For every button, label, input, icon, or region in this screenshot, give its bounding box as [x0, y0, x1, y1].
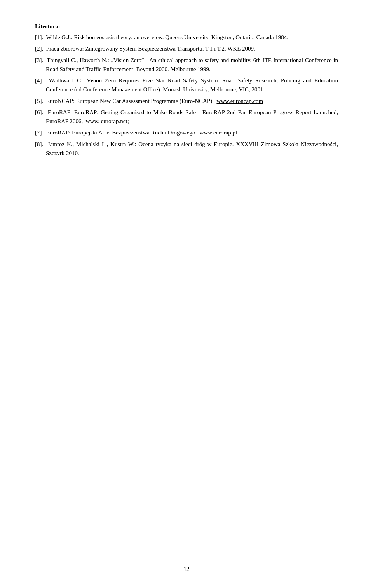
- section-heading: Litertura:: [35, 23, 338, 30]
- ref-text-before-link: EuroRAP: Europejski Atlas Bezpieczeństwa…: [46, 129, 197, 136]
- list-item: [3]. Thingvall C., Haworth N.: „Vision Z…: [35, 56, 338, 74]
- ref-number: [2].: [35, 45, 43, 52]
- ref-number: [6].: [35, 109, 43, 115]
- list-item: [1]. Wilde G.J.: Risk homeostasis theory…: [35, 33, 338, 42]
- list-item: [2]. Praca zbiorowa: Zintegrowany System…: [35, 44, 338, 53]
- ref-number: [5].: [35, 98, 43, 104]
- list-item: [6]. EuroRAP: EuroRAP: Getting Organised…: [35, 108, 338, 126]
- ref-link[interactable]: www. eurorap.net;: [86, 118, 129, 124]
- ref-number: [8].: [35, 141, 43, 147]
- page: Litertura: [1]. Wilde G.J.: Risk homeost…: [0, 0, 373, 588]
- heading-label: Litertura:: [35, 23, 60, 30]
- ref-text: Wadhwa L.C.: Vision Zero Requires Five S…: [46, 77, 338, 92]
- ref-number: [7].: [35, 129, 43, 136]
- ref-link[interactable]: www.eurorap.pl: [200, 129, 237, 136]
- references-list: [1]. Wilde G.J.: Risk homeostasis theory…: [35, 33, 338, 158]
- list-item: [5]. EuroNCAP: European New Car Assessme…: [35, 97, 338, 106]
- ref-number: [1].: [35, 34, 43, 40]
- list-item: [8]. Jamroz K., Michalski L., Kustra W.:…: [35, 140, 338, 158]
- ref-text-before-link: EuroNCAP: European New Car Assessment Pr…: [46, 98, 214, 104]
- ref-text: Wilde G.J.: Risk homeostasis theory: an …: [46, 34, 288, 40]
- ref-text: Jamroz K., Michalski L., Kustra W.: Ocen…: [46, 141, 338, 156]
- ref-link[interactable]: www.euroncap.com: [216, 98, 263, 104]
- ref-text: Thingvall C., Haworth N.: „Vision Zero” …: [46, 57, 338, 72]
- ref-number: [3].: [35, 57, 43, 63]
- page-number: 12: [184, 566, 190, 572]
- list-item: [4]. Wadhwa L.C.: Vision Zero Requires F…: [35, 76, 338, 94]
- list-item: [7]. EuroRAP: Europejski Atlas Bezpiecze…: [35, 128, 338, 137]
- ref-number: [4].: [35, 77, 43, 84]
- ref-text: Praca zbiorowa: Zintegrowany System Bezp…: [46, 45, 255, 52]
